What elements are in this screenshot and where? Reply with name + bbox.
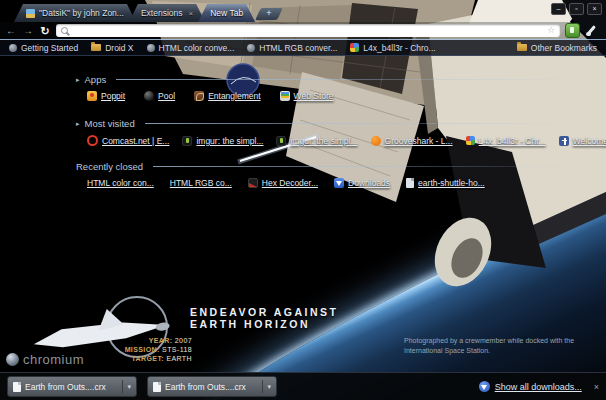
most-visited-imgur-1[interactable]: imgur: the simpl...: [182, 136, 263, 146]
app-web-store[interactable]: Web Store: [280, 91, 334, 101]
poppit-icon: [87, 91, 97, 101]
maximize-button[interactable]: ▫: [569, 3, 584, 15]
titlebar: "DatsiK" by john Zon... Extensions × New…: [0, 0, 606, 22]
recently-closed-hex-decoder[interactable]: Hex Decoder...: [248, 178, 318, 188]
section-header-most-visited[interactable]: ▸ Most visited: [76, 118, 572, 129]
extension-action-icon[interactable]: [565, 23, 580, 38]
most-visited-grooveshark[interactable]: Grooveshark - L...: [371, 136, 453, 146]
image-favicon-icon: [26, 9, 35, 18]
comcast-icon: [87, 135, 98, 146]
show-all-downloads-link[interactable]: Show all downloads...: [495, 382, 582, 392]
download-arrow-icon: [479, 381, 490, 392]
section-divider: [116, 79, 572, 80]
most-visited-imgur-2[interactable]: imgur: the simpl...: [276, 136, 357, 146]
globe-icon: [147, 44, 155, 52]
photo-credit: Photographed by a crewmember while docke…: [404, 336, 589, 356]
search-icon: [61, 27, 68, 34]
webstore-icon: [280, 91, 290, 101]
colored-quad-icon: [466, 136, 475, 145]
tab-new-tab[interactable]: New Tab: [198, 4, 255, 22]
section-divider: [153, 166, 572, 167]
entanglement-icon: [194, 91, 204, 101]
downloads-bar: Earth from Outs....crx ▾ Earth from Outs…: [0, 372, 606, 400]
bookmark-html-rgb[interactable]: HTML RGB conver...: [247, 43, 337, 53]
collapse-arrow-icon[interactable]: ▸: [76, 120, 80, 128]
imgur-icon: [276, 136, 286, 146]
globe-icon: [247, 44, 255, 52]
bookmark-html-color[interactable]: HTML color conve...: [147, 43, 235, 53]
close-button[interactable]: ×: [587, 3, 602, 15]
file-icon: [13, 382, 21, 392]
download-filename: Earth from Outs....crx: [165, 382, 246, 392]
chromium-wordmark: chromium: [6, 352, 84, 367]
back-button[interactable]: ←: [5, 25, 17, 37]
app-pool[interactable]: Pool: [144, 91, 175, 101]
apps-row: Poppit Pool Entanglement Web Store: [87, 91, 572, 101]
tab-title: Extensions: [141, 8, 183, 18]
tab-title: "DatsiK" by john Zon...: [39, 8, 124, 18]
wrench-menu-icon[interactable]: [585, 24, 598, 37]
tab-close-icon[interactable]: ×: [189, 9, 194, 18]
section-title: Most visited: [85, 118, 135, 129]
recently-closed-row: HTML color con... HTML RGB co... Hex Dec…: [87, 178, 572, 188]
bookmark-folder-droid-x[interactable]: Droid X: [91, 43, 133, 53]
show-all-downloads: Show all downloads... ×: [479, 381, 599, 392]
colored-quad-icon: [350, 43, 359, 52]
recently-closed-html-color[interactable]: HTML color con...: [87, 178, 154, 188]
window-controls: – ▫ ×: [551, 3, 602, 15]
bookmark-l4x[interactable]: L4x_b4ll3r - Chro...: [350, 43, 435, 53]
tab-strip: "DatsiK" by john Zon... Extensions × New…: [14, 4, 280, 22]
omnibox-input[interactable]: [72, 24, 547, 37]
globe-icon: [9, 44, 17, 52]
recently-closed-earth-shuttle[interactable]: earth-shuttle-ho...: [406, 178, 485, 188]
pool-ball-icon: [144, 91, 154, 101]
divider: [122, 380, 123, 393]
tab-extensions[interactable]: Extensions ×: [129, 4, 205, 22]
section-title: Recently closed: [76, 161, 143, 172]
tab-title: New Tab: [210, 8, 243, 18]
most-visited-comcast[interactable]: Comcast.net | E...: [87, 135, 169, 146]
imgur-icon: [182, 136, 192, 146]
section-divider: [145, 123, 572, 124]
folder-icon: [517, 44, 527, 51]
browser-window: "DatsiK" by john Zon... Extensions × New…: [0, 0, 606, 400]
chromium-logo-icon: [6, 353, 19, 366]
download-item-2[interactable]: Earth from Outs....crx ▾: [147, 376, 277, 397]
stat-year: YEAR: 2007: [58, 336, 192, 345]
divider: [262, 380, 263, 393]
recently-closed-html-rgb[interactable]: HTML RGB co...: [170, 178, 232, 188]
omnibox[interactable]: ☆: [56, 24, 560, 37]
bookmark-star-icon[interactable]: ☆: [547, 24, 555, 37]
close-downloads-bar-icon[interactable]: ×: [594, 382, 599, 392]
section-header-apps[interactable]: ▸ Apps: [76, 74, 572, 85]
grooveshark-icon: [371, 136, 381, 146]
reload-button[interactable]: ↻: [39, 25, 51, 37]
section-header-recently-closed[interactable]: Recently closed: [76, 161, 572, 172]
app-entanglement[interactable]: Entanglement: [194, 91, 260, 101]
recorder-icon: [248, 178, 258, 188]
download-filename: Earth from Outs....crx: [25, 382, 106, 392]
minimize-button[interactable]: –: [551, 3, 566, 15]
bookmarks-bar: Getting Started Droid X HTML color conve…: [0, 40, 606, 56]
forward-button[interactable]: →: [22, 25, 34, 37]
other-bookmarks-button[interactable]: Other Bookmarks: [517, 43, 597, 53]
most-visited-l4x[interactable]: L4x_b4ll3r - Chr...: [466, 136, 546, 146]
folder-icon: [91, 44, 101, 51]
downloads-icon: [334, 178, 344, 188]
collapse-arrow-icon[interactable]: ▸: [76, 76, 80, 84]
download-item-1[interactable]: Earth from Outs....crx ▾: [7, 376, 137, 397]
section-title: Apps: [85, 74, 107, 85]
recently-closed-downloads[interactable]: Downloads: [334, 178, 390, 188]
new-tab-button[interactable]: +: [255, 8, 283, 20]
app-poppit[interactable]: Poppit: [87, 91, 125, 101]
facebook-icon: [559, 136, 569, 146]
tab-datsik[interactable]: "DatsiK" by john Zon...: [14, 4, 136, 22]
theme-title: ENDEAVOR AGAINST EARTH HORIZON: [190, 306, 339, 330]
navigation-toolbar: ← → ↻ ☆: [0, 22, 606, 40]
bookmark-getting-started[interactable]: Getting Started: [9, 43, 78, 53]
most-visited-row: Comcast.net | E... imgur: the simpl... i…: [87, 135, 572, 146]
chevron-down-icon[interactable]: ▾: [267, 383, 271, 391]
file-icon: [153, 382, 161, 392]
chevron-down-icon[interactable]: ▾: [127, 383, 131, 391]
most-visited-facebook[interactable]: Welcome to Fa...: [559, 136, 606, 146]
